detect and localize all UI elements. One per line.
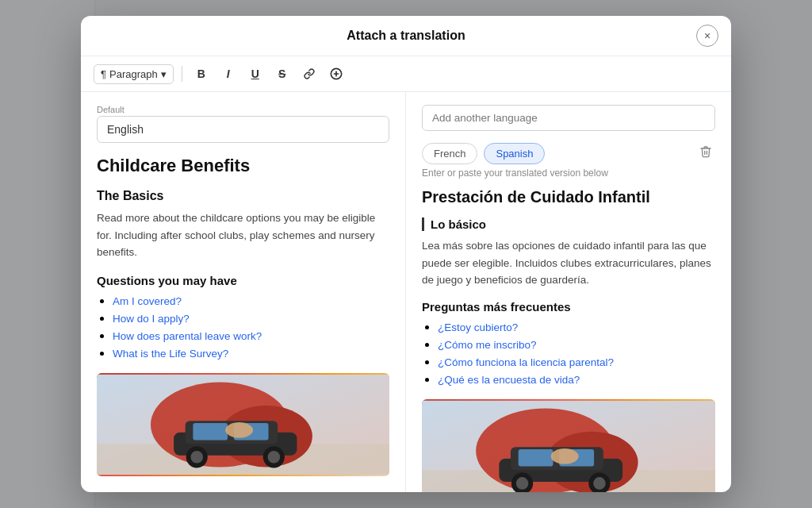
toolbar-separator <box>182 66 182 82</box>
section-text: Read more about the childcare options yo… <box>97 210 389 261</box>
svg-point-28 <box>551 448 579 464</box>
paragraph-icon: ¶ <box>101 68 106 80</box>
strikethrough-button[interactable]: S <box>271 63 293 85</box>
link-life-survey[interactable]: What is the Life Survey? <box>113 348 228 360</box>
chevron-down-icon: ▾ <box>161 68 167 80</box>
modal-dialog: Attach a translation × ¶ Paragraph ▾ B I… <box>81 16 731 492</box>
list-item: How does parental leave work? <box>113 329 389 343</box>
list-item: ¿Cómo me inscribo? <box>438 337 715 352</box>
questions-title: Questions you may have <box>97 274 389 287</box>
list-item: How do I apply? <box>113 311 389 325</box>
modal-backdrop: Attach a translation × ¶ Paragraph ▾ B I… <box>0 0 812 508</box>
delete-translation-button[interactable] <box>696 142 715 164</box>
trans-section-text: Lea más sobre las opciones de cuidado in… <box>422 237 715 289</box>
list-item: Am I covered? <box>113 294 389 308</box>
trans-link-2[interactable]: ¿Cómo me inscribo? <box>438 339 537 351</box>
questions-list: Am I covered? How do I apply? How does p… <box>97 294 389 360</box>
bold-button[interactable]: B <box>190 63 213 85</box>
language-tabs: French Spanish <box>422 142 715 164</box>
svg-rect-9 <box>193 423 228 440</box>
svg-point-15 <box>225 422 253 437</box>
right-pane: French Spanish Enter or paste your trans… <box>406 92 731 492</box>
paragraph-dropdown[interactable]: ¶ Paragraph ▾ <box>94 64 174 84</box>
list-item: ¿Qué es la encuesta de vida? <box>438 372 715 387</box>
spanish-tab[interactable]: Spanish <box>484 143 545 164</box>
link-am-i-covered[interactable]: Am I covered? <box>113 295 182 307</box>
list-item: What is the Life Survey? <box>113 346 389 360</box>
add-button[interactable] <box>325 63 347 85</box>
doc-title: Childcare Benefits <box>97 156 389 176</box>
modal-title: Attach a translation <box>347 29 465 43</box>
modal-content: Default Childcare Benefits The Basics Re… <box>81 92 731 492</box>
trans-link-1[interactable]: ¿Estoy cubierto? <box>438 321 518 333</box>
trans-doc-image <box>422 399 715 492</box>
left-pane: Default Childcare Benefits The Basics Re… <box>81 92 406 492</box>
list-item: ¿Cómo funciona la licencia parental? <box>438 355 715 369</box>
modal-header: Attach a translation × <box>81 16 731 56</box>
lang-default-label: Default <box>97 105 389 114</box>
link-how-do-i-apply[interactable]: How do I apply? <box>113 313 190 325</box>
svg-point-25 <box>516 477 529 490</box>
link-button[interactable] <box>298 63 320 85</box>
add-language-input[interactable] <box>422 105 715 131</box>
underline-button[interactable]: U <box>244 63 266 85</box>
italic-button[interactable]: I <box>217 63 239 85</box>
svg-point-27 <box>593 477 606 490</box>
editor-toolbar: ¶ Paragraph ▾ B I U S <box>81 56 731 92</box>
translation-hint: Enter or paste your translated version b… <box>422 167 715 179</box>
trans-link-3[interactable]: ¿Cómo funciona la licencia parental? <box>438 356 614 368</box>
trans-questions-title: Preguntas más frecuentes <box>422 300 715 314</box>
trans-doc-title: Prestación de Cuidado Infantil <box>422 188 715 206</box>
trans-questions-list: ¿Estoy cubierto? ¿Cómo me inscribo? ¿Cóm… <box>422 320 715 387</box>
svg-point-12 <box>190 451 203 464</box>
close-button[interactable]: × <box>696 25 718 47</box>
section-title: The Basics <box>97 189 389 203</box>
trans-link-4[interactable]: ¿Qué es la encuesta de vida? <box>438 374 580 386</box>
trans-section-title: Lo básico <box>422 217 715 231</box>
list-item: ¿Estoy cubierto? <box>438 320 715 334</box>
paragraph-label: Paragraph <box>109 68 158 80</box>
french-tab[interactable]: French <box>422 143 477 164</box>
svg-rect-22 <box>519 449 553 466</box>
lang-default-input[interactable] <box>97 116 389 143</box>
svg-point-14 <box>268 451 281 464</box>
link-parental-leave[interactable]: How does parental leave work? <box>113 330 262 342</box>
doc-image <box>97 373 389 476</box>
